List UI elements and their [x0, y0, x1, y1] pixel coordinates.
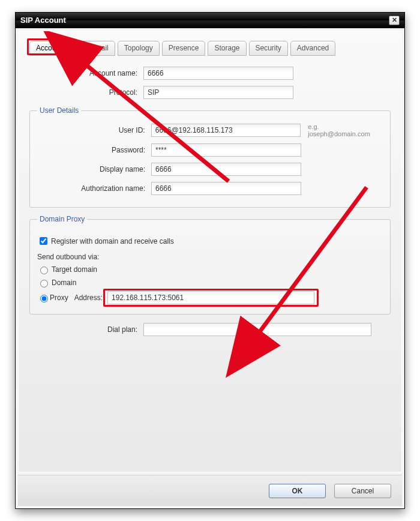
- register-checkbox[interactable]: [40, 237, 47, 245]
- tab-voicemail[interactable]: Voicemail: [71, 41, 115, 56]
- auth-name-field[interactable]: [151, 182, 301, 195]
- send-outbound-label: Send outbound via:: [37, 253, 383, 261]
- protocol-field[interactable]: [143, 86, 293, 99]
- tab-bar: Account Voicemail Topology Presence Stor…: [29, 41, 391, 56]
- window-title: SIP Account: [20, 16, 389, 25]
- tab-topology[interactable]: Topology: [118, 41, 160, 56]
- display-name-label: Display name:: [37, 165, 151, 173]
- user-id-label: User ID:: [37, 126, 151, 134]
- titlebar: SIP Account ✕: [16, 13, 404, 28]
- proxy-address-field[interactable]: [107, 291, 314, 304]
- account-name-field[interactable]: [143, 67, 293, 80]
- tab-account[interactable]: Account: [29, 41, 68, 56]
- radio-target-domain[interactable]: [40, 267, 48, 274]
- radio-domain[interactable]: [40, 280, 48, 288]
- register-label: Register with domain and receive calls: [51, 237, 174, 245]
- tab-presence[interactable]: Presence: [162, 41, 206, 56]
- proxy-address-label: Address:: [74, 294, 103, 302]
- radio-proxy-label: Proxy: [50, 294, 68, 302]
- content-area: Account Voicemail Topology Presence Stor…: [18, 31, 402, 472]
- user-id-hint: e.g. joseph@domain.com: [308, 123, 383, 137]
- tab-advanced[interactable]: Advanced: [290, 41, 335, 56]
- protocol-label: Protocol:: [29, 88, 143, 97]
- radio-proxy[interactable]: [40, 295, 48, 303]
- user-details-group: User Details User ID: e.g. joseph@domain…: [29, 106, 391, 208]
- password-field[interactable]: [151, 143, 301, 157]
- domain-proxy-group: Domain Proxy Register with domain and re…: [29, 215, 391, 315]
- dial-plan-field[interactable]: [143, 323, 371, 336]
- dialog-footer: OK Cancel: [18, 475, 402, 506]
- auth-name-label: Authorization name:: [37, 184, 151, 193]
- radio-domain-label: Domain: [52, 279, 76, 287]
- radio-target-domain-label: Target domain: [52, 265, 97, 274]
- cancel-button[interactable]: Cancel: [334, 484, 391, 498]
- user-id-field[interactable]: [151, 124, 301, 137]
- tab-storage[interactable]: Storage: [208, 41, 246, 56]
- close-icon[interactable]: ✕: [389, 16, 400, 25]
- password-label: Password:: [37, 146, 151, 154]
- tab-security[interactable]: Security: [249, 41, 288, 56]
- sip-account-dialog: SIP Account ✕ Account Voicemail Topology…: [15, 12, 405, 509]
- account-name-label: Account name:: [29, 69, 143, 77]
- user-details-legend: User Details: [37, 106, 81, 115]
- display-name-field[interactable]: [151, 163, 301, 176]
- ok-button[interactable]: OK: [269, 484, 326, 498]
- dial-plan-label: Dial plan:: [29, 325, 143, 334]
- domain-proxy-legend: Domain Proxy: [37, 215, 87, 223]
